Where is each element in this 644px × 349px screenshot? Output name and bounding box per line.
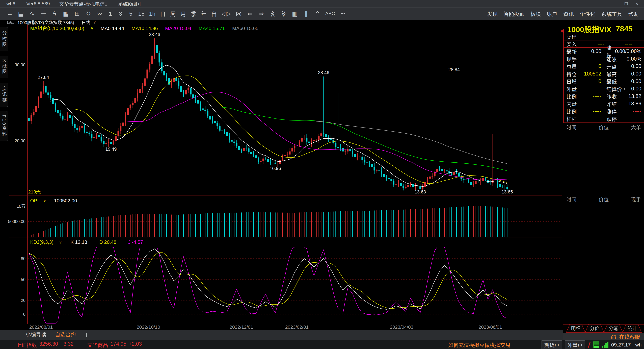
jump-latest-icon[interactable]: ⇑ xyxy=(314,10,321,17)
candle-body xyxy=(284,155,286,156)
candle-body xyxy=(470,182,472,185)
tab-watchlist[interactable]: 自选合约 xyxy=(55,330,76,340)
candle-body xyxy=(364,160,366,162)
instrument-tab-label[interactable]: 1000股指VIX(文华指数 7845) xyxy=(18,19,74,25)
period-month[interactable]: 月 xyxy=(180,10,186,18)
save-layout-icon[interactable]: ⊞ xyxy=(74,10,80,17)
field-high-value: 0.00 xyxy=(631,71,641,77)
candle-body xyxy=(357,157,358,157)
candle-body xyxy=(103,141,104,144)
index-wenhua-commodity[interactable]: 文华商品 174.95 +2.03 xyxy=(88,341,142,348)
expand-bars-icon[interactable]: ⋈ xyxy=(236,10,242,17)
menu-account[interactable]: 账户 xyxy=(547,10,557,18)
candle-body xyxy=(323,133,324,134)
period-year[interactable]: 年 xyxy=(201,10,206,18)
minimize-icon[interactable]: — xyxy=(612,1,617,7)
menu-discover[interactable]: 发现 xyxy=(487,10,498,18)
period-custom[interactable]: 自 xyxy=(211,10,217,18)
period-1min[interactable]: 1 xyxy=(108,11,113,17)
settle-dropdown-icon[interactable]: ▼ xyxy=(623,87,626,91)
window-page-title: 系统K线图 xyxy=(118,0,141,7)
candle-body xyxy=(156,45,158,53)
indicator-switch-icon[interactable]: ∾ xyxy=(96,10,103,17)
menu-system-tools[interactable]: 系统工具 xyxy=(602,10,622,18)
period-5min[interactable]: 5 xyxy=(128,11,134,17)
menu-smart-advisor[interactable]: 智能投顾 xyxy=(504,10,524,18)
pan-right-icon[interactable]: ⇒ xyxy=(258,10,265,17)
order-panel-icon[interactable]: ▦ xyxy=(62,10,69,17)
period-15min[interactable]: 15 xyxy=(138,11,144,17)
field-leverage-label: 杠杆 xyxy=(566,115,577,123)
more-icon[interactable]: ••• xyxy=(340,11,346,16)
candle-body xyxy=(69,115,70,118)
quote-instrument-name: 1000股指VIX xyxy=(567,24,612,34)
candle-body xyxy=(441,169,443,171)
draw-lines-icon[interactable]: ∥ xyxy=(303,10,310,17)
pan-left-icon[interactable]: ⇐ xyxy=(247,10,254,17)
period-week[interactable]: 周 xyxy=(170,10,176,18)
index-shanghai[interactable]: 上证指数 3256.30 +3.32 xyxy=(16,341,74,348)
period-selector[interactable]: 日线 xyxy=(82,19,90,25)
sidebar-tab-newslink[interactable]: 资讯链 xyxy=(0,83,8,107)
menu-sectors[interactable]: 板块 xyxy=(530,10,541,18)
candle-body xyxy=(272,163,274,163)
field-open-label: 开盘 xyxy=(606,63,617,70)
sidebar-tab-f10[interactable]: F10资料 xyxy=(0,111,8,141)
overseas-account-button[interactable]: 外盘户 xyxy=(565,340,585,349)
shrink-bars-icon[interactable]: ◁▷ xyxy=(221,10,231,17)
split-view-icon[interactable]: ▥ xyxy=(292,10,298,17)
flash-order-icon[interactable]: ϟ xyxy=(51,10,58,17)
sidebar-tab-kline[interactable]: K线图 xyxy=(0,56,8,78)
candle-body xyxy=(427,179,428,182)
main-menu: 发现 智能投顾 板块 账户 资讯 个性化 系统工具 帮助 xyxy=(487,10,644,18)
kdj-d-line xyxy=(29,252,507,308)
close-icon[interactable]: × xyxy=(635,1,638,7)
candle-body xyxy=(378,170,380,171)
menu-personalize[interactable]: 个性化 xyxy=(580,10,595,18)
menu-help[interactable]: 帮助 xyxy=(628,10,639,18)
menu-news[interactable]: 资讯 xyxy=(563,10,574,18)
scale-down-icon[interactable]: ≫ xyxy=(280,10,287,17)
refresh-icon[interactable]: ↻ xyxy=(85,10,92,17)
field-prevsettle-label: 昨结 xyxy=(606,100,617,108)
quote-list-icon[interactable]: ▤ xyxy=(18,10,24,17)
scale-up-icon[interactable]: ≫ xyxy=(269,10,276,17)
kdj-label: KDJ(9,3,3) xyxy=(30,239,54,245)
candle-body xyxy=(115,136,116,141)
futures-account-button[interactable]: 期货户 xyxy=(542,340,562,349)
add-tab-button[interactable]: + xyxy=(84,331,89,340)
candle-body xyxy=(253,154,254,155)
candle-body xyxy=(137,93,138,98)
kline-chart-canvas[interactable]: 30.0020.00MA组合(5,10,20,40,60,0)∨MA5 14.4… xyxy=(0,25,563,330)
chevron-down-icon[interactable]: ∨ xyxy=(93,20,96,25)
candle-body xyxy=(371,164,373,167)
recharge-promo-link[interactable]: 如何充值模拟豆做模拟交易 xyxy=(448,341,510,348)
tab-price-dist[interactable]: 分价 xyxy=(590,326,599,331)
candle-body xyxy=(393,181,394,184)
candle-body xyxy=(38,98,39,106)
text-note-icon[interactable]: ABC xyxy=(325,11,335,16)
sidebar-tab-timeshare[interactable]: 分时图 xyxy=(0,27,8,51)
trend-line-icon[interactable]: ∿ xyxy=(29,10,36,17)
candle-body xyxy=(432,176,433,177)
period-day[interactable]: 日 xyxy=(160,10,166,18)
candle-body xyxy=(248,149,250,152)
tab-editor-guide[interactable]: 小编导读 xyxy=(26,330,46,340)
kdj-axis-label: 50 xyxy=(21,277,26,282)
period-3min[interactable]: 3 xyxy=(118,11,124,17)
left-sidebar: 分时图 K线图 资讯链 F10资料 xyxy=(0,27,10,141)
tab-detail[interactable]: 明细 xyxy=(571,326,580,331)
candle-body xyxy=(502,187,503,187)
online-service-button[interactable]: 在线客服 xyxy=(563,333,644,340)
field-limitup-value: ----- xyxy=(632,108,641,114)
period-1hour[interactable]: 1h xyxy=(149,11,156,17)
period-quarter[interactable]: 季 xyxy=(191,10,196,18)
headset-icon xyxy=(611,334,617,339)
candle-body xyxy=(106,143,107,144)
tab-tick[interactable]: 分笔 xyxy=(608,326,618,331)
maximize-icon[interactable]: □ xyxy=(624,1,628,7)
candlestick-icon[interactable]: ╫ xyxy=(40,10,47,17)
back-icon[interactable]: ← xyxy=(6,10,13,17)
tab-stats[interactable]: 统计 xyxy=(628,326,637,331)
field-openinterest-value: 100502 xyxy=(584,71,601,77)
